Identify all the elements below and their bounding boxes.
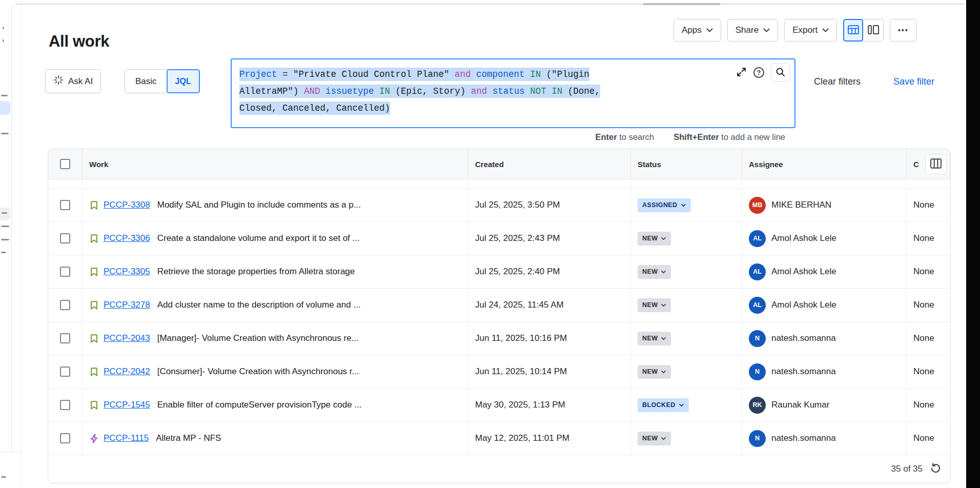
issue-summary[interactable]: Enable filter of computeServer provision…: [157, 400, 362, 410]
issue-key-link[interactable]: PCCP-1545: [104, 400, 150, 410]
detail-view-icon: [868, 25, 879, 36]
assignee-name: natesh.somanna: [771, 433, 836, 443]
row-checkbox[interactable]: [60, 367, 70, 377]
apps-button[interactable]: Apps: [673, 19, 721, 42]
issue-summary[interactable]: Alletra MP - NFS: [156, 433, 221, 443]
detail-view-button[interactable]: [863, 19, 883, 41]
column-header-assignee[interactable]: Assignee: [742, 149, 907, 179]
clear-filters-button[interactable]: Clear filters: [811, 70, 864, 93]
export-button[interactable]: Export: [784, 19, 837, 42]
assignee-name: Amol Ashok Lele: [771, 267, 836, 277]
select-all-checkbox[interactable]: [60, 159, 70, 169]
extra-cell: None: [907, 355, 950, 388]
issue-key-link[interactable]: PCCP-3306: [104, 233, 150, 243]
avatar: RK: [749, 397, 766, 414]
row-checkbox[interactable]: [60, 333, 70, 343]
status-cell: NEW: [631, 289, 742, 321]
header-checkbox-cell: [48, 149, 83, 179]
created-cell: May 12, 2025, 11:01 PM: [468, 422, 631, 455]
table-row: PCCP-3305Retrieve the storage properties…: [48, 255, 950, 289]
chevron-down-icon: [681, 201, 686, 209]
row-checkbox[interactable]: [60, 400, 70, 410]
work-cell: PCCP-1545Enable filter of computeServer …: [83, 389, 468, 421]
jql-mode-tab[interactable]: JQL: [167, 69, 200, 93]
column-header-created[interactable]: Created: [468, 149, 631, 179]
status-label: NEW: [642, 368, 658, 375]
issue-key-link[interactable]: PCCP-3308: [104, 200, 150, 210]
extra-cell: None: [907, 189, 950, 221]
issue-summary[interactable]: Retrieve the storage properties from All…: [157, 267, 355, 277]
status-dropdown[interactable]: BLOCKED: [638, 398, 689, 412]
sidebar-divider: [11, 5, 12, 452]
refresh-button[interactable]: [930, 462, 942, 476]
table-view-button[interactable]: [843, 19, 863, 42]
row-checkbox-cell: [48, 189, 83, 221]
status-dropdown[interactable]: NEW: [638, 432, 671, 445]
window-top-edge: [15, 4, 965, 5]
status-dropdown[interactable]: NEW: [638, 265, 671, 279]
status-dropdown[interactable]: NEW: [638, 298, 671, 312]
assignee-name: MIKE BERHAN: [771, 200, 831, 210]
column-header-work[interactable]: Work: [83, 149, 468, 179]
jql-query-editor[interactable]: Project = "Private Cloud Control Plane" …: [231, 58, 795, 128]
assignee-name: natesh.somanna: [771, 367, 836, 377]
table-header-row: Work Created Status Assignee C: [48, 149, 950, 179]
save-filter-button[interactable]: Save filter: [890, 70, 937, 93]
status-label: NEW: [642, 301, 658, 309]
configure-columns-button[interactable]: [925, 154, 947, 174]
row-checkbox-cell: [48, 222, 83, 255]
window-top-edge-segment: [643, 3, 720, 5]
created-cell: Jul 25, 2025, 3:50 PM: [468, 189, 631, 221]
row-checkbox-cell: [48, 389, 83, 421]
column-header-status[interactable]: Status: [631, 149, 742, 179]
issue-key-link[interactable]: PCCP-1115: [104, 433, 149, 443]
row-checkbox-cell: [48, 322, 83, 355]
table-row: PCCP-3278Add cluster name to the descrip…: [48, 289, 950, 322]
status-dropdown[interactable]: NEW: [638, 332, 671, 345]
issue-key-link[interactable]: PCCP-3278: [104, 300, 150, 310]
assignee-name: Amol Ashok Lele: [771, 233, 836, 243]
basic-mode-tab[interactable]: Basic: [125, 70, 167, 93]
extra-cell: None: [907, 322, 950, 355]
issue-summary[interactable]: [Manager]- Volume Creation with Asynchro…: [157, 333, 359, 343]
row-checkbox[interactable]: [60, 200, 70, 210]
status-dropdown[interactable]: NEW: [638, 365, 671, 379]
issue-key-link[interactable]: PCCP-2043: [104, 333, 150, 343]
issue-summary[interactable]: [Consumer]- Volume Creation with Asynchr…: [157, 367, 359, 377]
refresh-icon: [930, 462, 942, 476]
status-label: NEW: [642, 235, 658, 242]
work-items-table: Work Created Status Assignee C PCCP-3308…: [48, 149, 951, 483]
issue-key-link[interactable]: PCCP-3305: [104, 267, 150, 277]
sidebar-selected-item-fragment[interactable]: [0, 101, 10, 115]
sidebar-text-fragment: [1, 252, 6, 253]
row-checkbox[interactable]: [60, 267, 70, 277]
issue-summary[interactable]: Modify SAL and Plugin to include comment…: [157, 200, 361, 210]
status-dropdown[interactable]: ASSIGNED: [638, 198, 691, 212]
status-dropdown[interactable]: NEW: [638, 232, 671, 246]
status-cell: NEW: [631, 255, 742, 288]
sidebar-text-fragment: [1, 226, 9, 227]
row-checkbox-cell: [48, 255, 83, 288]
assignee-cell: ALAmol Ashok Lele: [742, 222, 907, 255]
run-search-button[interactable]: [771, 63, 790, 82]
issue-summary[interactable]: Create a standalone volume and export it…: [157, 233, 360, 243]
sidebar-item-fragment[interactable]: [0, 208, 10, 220]
issue-key-link[interactable]: PCCP-2042: [104, 367, 150, 377]
ask-ai-button[interactable]: Ask AI: [45, 69, 101, 93]
jql-line: Project = "Private Cloud Control Plane" …: [239, 66, 787, 83]
created-cell: Jun 11, 2025, 10:14 PM: [468, 355, 631, 388]
avatar: N: [749, 430, 766, 447]
row-checkbox[interactable]: [60, 300, 70, 310]
issue-summary[interactable]: Add cluster name to the description of v…: [157, 300, 361, 310]
row-checkbox[interactable]: [60, 233, 70, 243]
epic-icon: [89, 434, 99, 443]
story-icon: [89, 234, 99, 243]
row-checkbox-cell: [48, 355, 83, 388]
extra-cell: None: [907, 289, 950, 321]
row-checkbox[interactable]: [60, 433, 70, 443]
chevron-down-icon: [763, 28, 770, 32]
expand-editor-button[interactable]: [736, 67, 747, 79]
share-button[interactable]: Share: [727, 19, 778, 42]
more-actions-button[interactable]: •••: [890, 19, 916, 42]
syntax-help-button[interactable]: ?: [753, 67, 764, 78]
